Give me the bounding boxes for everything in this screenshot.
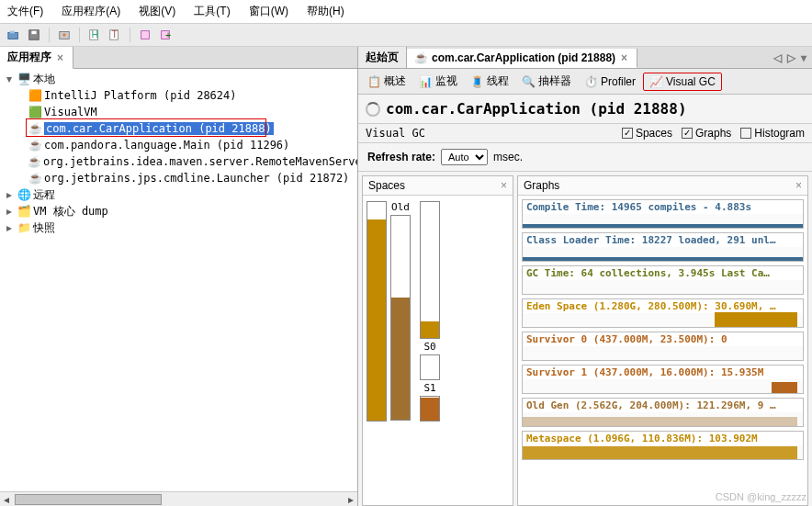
visualvm-icon: 🟩 [28, 105, 42, 119]
graph-canvas [523, 214, 803, 228]
graph-title: Compile Time: 14965 compiles - 4.883s [523, 200, 803, 214]
graph-title: Class Loader Time: 18227 loaded, 291 unl… [523, 233, 803, 247]
graph-row: Eden Space (1.280G, 280.500M): 30.690M, … [522, 298, 804, 328]
profiler-button[interactable]: ⏱️Profiler [579, 73, 641, 90]
graph-row: Survivor 0 (437.000M, 23.500M): 0 [522, 332, 804, 361]
graph-title: Survivor 0 (437.000M, 23.500M): 0 [523, 332, 803, 346]
graphs-panel: Graphs× Compile Time: 14965 compiles - 4… [517, 175, 808, 506]
graph-title: Survivor 1 (437.000M, 16.000M): 15.935M [523, 365, 803, 379]
visualgc-icon: 📈 [649, 75, 663, 88]
close-icon[interactable]: × [795, 179, 802, 192]
graph-row: Class Loader Time: 18227 loaded, 291 unl… [522, 232, 804, 262]
java-icon: ☕ [28, 138, 42, 152]
tab-start-page[interactable]: 起始页 [358, 47, 407, 68]
menu-tools[interactable]: 工具(T) [190, 2, 233, 21]
svg-rect-1 [10, 31, 15, 34]
graphs-checkbox[interactable]: ✓Graphs [682, 127, 731, 140]
graph-title: Eden Space (1.280G, 280.500M): 30.690M, … [523, 299, 803, 313]
close-icon[interactable]: × [619, 51, 629, 64]
menu-file[interactable]: 文件(F) [4, 2, 47, 21]
threads-icon: 🧵 [470, 75, 484, 88]
visualgc-button[interactable]: 📈Visual GC [643, 73, 722, 91]
snapshot-icon[interactable] [56, 27, 73, 43]
profiler-icon: ⏱️ [584, 75, 598, 88]
graph-title: GC Time: 64 collections, 3.945s Last Ca… [523, 266, 803, 280]
applications-pane: 应用程序× ▾🖥️本地 🟧IntelliJ Platform (pid 2862… [0, 47, 358, 506]
watermark: CSDN @king_zzzzz [716, 491, 806, 502]
disk-icon[interactable] [26, 27, 42, 43]
remote-icon: 🌐 [17, 187, 31, 202]
svg-text:+: + [165, 29, 171, 40]
java-icon: ☕ [28, 171, 42, 186]
tab-applications[interactable]: 应用程序× [0, 47, 73, 69]
graph-canvas [523, 313, 803, 327]
intellij-icon: 🟧 [28, 88, 42, 103]
refresh-label: Refresh rate: [367, 151, 435, 163]
main-toolbar: H T + [0, 24, 812, 47]
svg-rect-0 [8, 32, 18, 39]
graph-row: Compile Time: 14965 compiles - 4.883s [522, 199, 804, 229]
overview-button[interactable]: 📋概述 [362, 72, 412, 91]
graph-canvas [523, 346, 803, 360]
graph-canvas [523, 445, 803, 459]
java-icon: ☕ [414, 51, 428, 64]
view-toolbar: 📋概述 📊监视 🧵线程 🔍抽样器 ⏱️Profiler 📈Visual GC [358, 69, 812, 95]
plugin-icon[interactable] [137, 27, 153, 43]
computer-icon: 🖥️ [17, 72, 31, 86]
monitor-icon: 📊 [419, 75, 433, 88]
tree-item-selected[interactable]: ☕com.car.CarApplication (pid 21888) [0, 120, 357, 137]
snapshot-folder-icon: 📁 [17, 220, 31, 235]
sampler-icon: 🔍 [522, 75, 536, 88]
svg-text:T: T [112, 28, 118, 39]
graph-row: Metaspace (1.096G, 110.836M): 103.902M [522, 431, 804, 460]
refresh-unit: msec. [493, 151, 523, 163]
graph-title: Metaspace (1.096G, 110.836M): 103.902M [523, 432, 803, 445]
menu-view[interactable]: 视图(V) [135, 2, 179, 21]
overview-icon: 📋 [367, 75, 381, 88]
java-icon: ☕ [28, 154, 41, 169]
histogram-checkbox[interactable]: Histogram [740, 127, 805, 140]
spaces-panel: Spaces× Old S0 S1 [362, 175, 513, 506]
sampler-button[interactable]: 🔍抽样器 [516, 72, 577, 91]
menu-help[interactable]: 帮助(H) [303, 2, 348, 21]
close-icon[interactable]: × [55, 51, 65, 64]
vgc-label: Visual GC [366, 127, 425, 140]
graph-row: Survivor 1 (437.000M, 16.000M): 15.935M [522, 365, 804, 394]
graph-canvas [523, 412, 803, 426]
menu-window[interactable]: 窗口(W) [245, 2, 292, 21]
horizontal-scrollbar[interactable]: ◂▸ [0, 491, 357, 506]
svg-point-5 [62, 33, 66, 37]
svg-text:H: H [92, 28, 99, 39]
svg-rect-10 [141, 31, 150, 39]
detail-pane: 起始页 ☕com.car.CarApplication (pid 21888)×… [358, 47, 812, 506]
menu-app[interactable]: 应用程序(A) [58, 2, 124, 21]
open-icon[interactable] [6, 27, 22, 43]
graph-canvas [523, 247, 803, 261]
plugin-add-icon[interactable]: + [157, 27, 174, 43]
menu-bar: 文件(F) 应用程序(A) 视图(V) 工具(T) 窗口(W) 帮助(H) [0, 0, 812, 24]
nav-fwd-icon[interactable]: ▷ [787, 51, 795, 64]
monitor-button[interactable]: 📊监视 [413, 72, 463, 91]
spinner-icon [366, 102, 380, 117]
graph-row: GC Time: 64 collections, 3.945s Last Ca… [522, 265, 804, 295]
graph-title: Old Gen (2.562G, 204.000M): 121.296M, 9 … [523, 399, 803, 412]
nav-back-icon[interactable]: ◁ [773, 51, 782, 64]
svg-rect-3 [31, 31, 36, 35]
graph-canvas [523, 280, 803, 294]
dropdown-icon[interactable]: ▾ [801, 51, 806, 64]
close-icon[interactable]: × [501, 179, 507, 192]
page-title: com.car.CarApplication (pid 21888) [358, 95, 812, 123]
spaces-checkbox[interactable]: ✓Spaces [622, 127, 672, 140]
java-icon: ☕ [28, 121, 42, 136]
tab-application[interactable]: ☕com.car.CarApplication (pid 21888)× [407, 49, 637, 68]
coredump-icon: 🗂️ [17, 204, 31, 219]
applications-tree[interactable]: ▾🖥️本地 🟧IntelliJ Platform (pid 28624) 🟩Vi… [0, 69, 357, 491]
thread-dump-icon[interactable]: T [107, 27, 123, 43]
graph-canvas [523, 379, 803, 393]
threads-button[interactable]: 🧵线程 [465, 72, 514, 91]
refresh-select[interactable]: Auto [441, 149, 488, 165]
graph-row: Old Gen (2.562G, 204.000M): 121.296M, 9 … [522, 398, 804, 427]
heap-dump-icon[interactable]: H [86, 27, 103, 43]
